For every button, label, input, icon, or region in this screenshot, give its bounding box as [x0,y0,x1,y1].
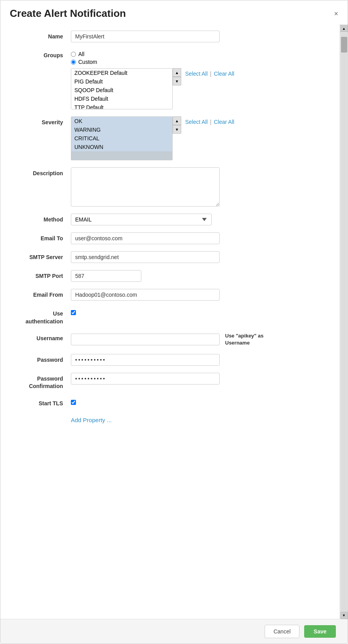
severity-row: Severity OK WARNING CRITICAL UNKNOWN ▲ ▼ [16,116,324,160]
password-confirm-label: Password Confirmation [16,373,71,390]
groups-listbox[interactable]: ZOOKEEPER Default PIG Default SQOOP Defa… [71,68,173,109]
method-row: Method EMAIL SNMP CUSTOM [16,214,324,225]
start-tls-label: Start TLS [16,397,71,408]
add-property-link[interactable]: Add Property ... [71,417,112,423]
close-button[interactable]: × [334,10,338,17]
use-auth-checkbox[interactable] [71,310,76,315]
password-label: Password [16,354,71,364]
groups-listbox-wrapper: ZOOKEEPER Default PIG Default SQOOP Defa… [71,68,324,109]
severity-control: OK WARNING CRITICAL UNKNOWN ▲ ▼ Select A… [71,116,324,160]
username-row: Username Use "apikey" as Username [16,332,324,346]
password-row: Password [16,354,324,366]
severity-listbox-wrapper: OK WARNING CRITICAL UNKNOWN ▲ ▼ Select A… [71,116,324,160]
use-auth-row: Use authentication [16,308,324,325]
radio-custom-label: Custom [78,59,97,65]
password-input[interactable] [71,354,220,366]
severity-links: Select All | Clear All [181,116,234,125]
method-control: EMAIL SNMP CUSTOM [71,214,324,225]
smtp-server-input[interactable] [71,251,220,263]
use-auth-control [71,308,324,315]
email-to-input[interactable] [71,232,220,244]
groups-select-all-link[interactable]: Select All [185,71,208,77]
radio-all[interactable] [71,52,76,57]
groups-option-0[interactable]: ZOOKEEPER Default [71,69,172,77]
password-control [71,354,324,366]
add-property-row: Add Property ... [16,417,324,423]
severity-pipe: | [210,119,212,125]
dialog-title: Create Alert Notification [10,7,126,20]
severity-select-all-link[interactable]: Select All [185,119,208,125]
use-auth-checkbox-row [71,308,324,315]
name-input[interactable] [71,31,220,42]
groups-option-3[interactable]: HDFS Default [71,94,172,103]
password-confirm-row: Password Confirmation [16,373,324,390]
description-row: Description [16,167,324,207]
use-auth-label: Use authentication [16,308,71,325]
username-control: Use "apikey" as Username [71,332,324,346]
name-control [71,31,324,42]
smtp-server-label: SMTP Server [16,251,71,261]
severity-unknown[interactable]: UNKNOWN [71,143,172,151]
groups-links: Select All | Clear All [181,68,234,77]
password-confirm-control [71,373,324,385]
main-scrollbar: ▲ ▼ [340,24,348,619]
smtp-port-row: SMTP Port [16,270,324,282]
severity-label: Severity [16,116,71,127]
severity-clear-all-link[interactable]: Clear All [214,119,234,125]
start-tls-checkbox-row [71,397,324,405]
method-select[interactable]: EMAIL SNMP CUSTOM [71,214,212,225]
severity-scroll-buttons: ▲ ▼ [173,116,181,134]
description-label: Description [16,167,71,178]
groups-option-1[interactable]: PIG Default [71,77,172,86]
description-textarea[interactable] [71,167,220,207]
smtp-server-row: SMTP Server [16,251,324,263]
scroll-up-arrow[interactable]: ▲ [341,25,348,32]
email-to-control [71,232,324,244]
smtp-port-control [71,270,324,282]
username-hint: Use "apikey" as Username [225,332,288,346]
radio-custom[interactable] [71,60,76,65]
username-input[interactable] [71,334,220,345]
radio-all-row[interactable]: All [71,51,324,57]
groups-label: Groups [16,49,71,60]
severity-listbox[interactable]: OK WARNING CRITICAL UNKNOWN [71,116,173,160]
save-button[interactable]: Save [304,625,336,638]
cancel-button[interactable]: Cancel [265,625,300,638]
email-to-row: Email To [16,232,324,244]
groups-scroll-buttons: ▲ ▼ [173,68,181,85]
scroll-thumb [341,37,347,53]
groups-clear-all-link[interactable]: Clear All [214,71,234,77]
smtp-port-label: SMTP Port [16,270,71,280]
smtp-server-control [71,251,324,263]
dialog-footer: Cancel Save [0,619,348,644]
create-alert-dialog: Create Alert Notification × Name Groups [0,0,348,644]
scroll-down-arrow[interactable]: ▼ [341,612,348,619]
groups-scroll-down[interactable]: ▼ [173,77,181,85]
severity-warning[interactable]: WARNING [71,125,172,134]
groups-control: All Custom ZOOKEEPER Default PIG Default… [71,49,324,109]
severity-critical[interactable]: CRITICAL [71,134,172,143]
groups-radio-group: All Custom [71,49,324,65]
radio-all-label: All [78,51,85,57]
severity-scroll-down[interactable]: ▼ [173,125,181,134]
groups-option-4[interactable]: TTP Default [71,103,172,109]
radio-custom-row[interactable]: Custom [71,59,324,65]
smtp-port-input[interactable] [71,270,141,282]
email-from-label: Email From [16,289,71,299]
severity-scroll-up[interactable]: ▲ [173,116,181,125]
email-from-input[interactable] [71,289,220,301]
groups-option-2[interactable]: SQOOP Default [71,86,172,94]
start-tls-control [71,397,324,405]
groups-scroll-up[interactable]: ▲ [173,68,181,77]
email-from-row: Email From [16,289,324,301]
groups-row: Groups All Custom ZOO [16,49,324,109]
email-to-label: Email To [16,232,71,243]
method-label: Method [16,214,71,224]
name-row: Name [16,31,324,42]
dialog-body: Name Groups All Custom [0,24,340,619]
start-tls-checkbox[interactable] [71,400,76,405]
severity-ok[interactable]: OK [71,117,172,125]
dialog-header: Create Alert Notification × [0,0,348,24]
password-confirm-input[interactable] [71,373,220,385]
name-label: Name [16,31,71,41]
